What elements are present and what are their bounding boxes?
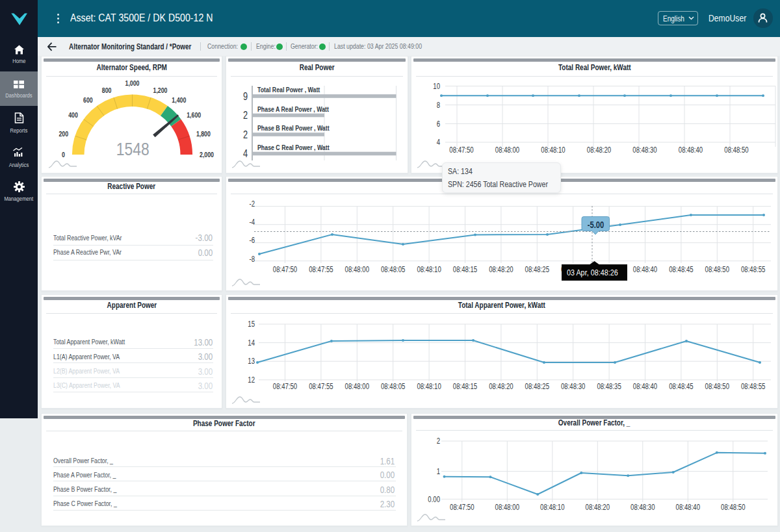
svg-text:08:48:20: 08:48:20 [489,265,513,273]
svg-text:08:47:50: 08:47:50 [273,265,297,273]
svg-text:1,000: 1,000 [125,79,139,87]
svg-text:08:48:00: 08:48:00 [345,382,369,390]
svg-text:Phase B Real Power , Watt: Phase B Real Power , Watt [257,124,330,132]
svg-text:08:48:30: 08:48:30 [630,503,655,511]
svg-text:-6: -6 [249,236,255,244]
svg-text:Phase C Real Power , Watt: Phase C Real Power , Watt [257,144,330,151]
svg-text:08:48:50: 08:48:50 [705,265,729,273]
svg-text:15: 15 [248,320,255,328]
svg-text:1,400: 1,400 [172,96,186,104]
svg-text:08:48:55: 08:48:55 [741,265,765,273]
svg-text:08:48:00: 08:48:00 [495,145,519,153]
svg-text:Phase A Real Power , Watt: Phase A Real Power , Watt [257,105,330,113]
svg-text:08:48:45: 08:48:45 [669,265,693,273]
svg-text:0.00: 0.00 [428,495,440,503]
svg-text:08:47:55: 08:47:55 [309,265,333,273]
svg-text:-5.00: -5.00 [588,220,604,229]
svg-text:08:48:10: 08:48:10 [417,382,441,390]
svg-text:08:48:20: 08:48:20 [489,382,513,390]
svg-text:08:48:50: 08:48:50 [724,145,748,153]
svg-text:400: 400 [68,111,78,119]
svg-text:08:48:20: 08:48:20 [586,503,610,511]
svg-text:1,200: 1,200 [153,86,168,94]
svg-text:200: 200 [58,130,68,138]
svg-text:08:48:40: 08:48:40 [676,503,700,511]
svg-text:08:48:35: 08:48:35 [597,382,621,390]
svg-text:-2: -2 [249,199,255,208]
svg-text:1: 1 [437,467,440,475]
svg-text:Total Real Power , Watt: Total Real Power , Watt [257,86,320,94]
svg-text:08:48:45: 08:48:45 [669,382,693,390]
svg-text:8: 8 [437,100,440,108]
svg-text:08:48:10: 08:48:10 [417,265,441,273]
svg-text:08:48:50: 08:48:50 [721,503,745,511]
svg-text:08:47:50: 08:47:50 [273,382,297,390]
svg-text:2: 2 [437,437,440,445]
svg-text:9: 9 [243,90,248,102]
svg-text:08:47:50: 08:47:50 [450,503,474,511]
svg-text:08:48:30: 08:48:30 [632,145,656,153]
svg-text:1,600: 1,600 [187,111,201,119]
svg-text:08:48:05: 08:48:05 [381,382,405,390]
svg-text:08:48:00: 08:48:00 [345,265,369,273]
svg-text:08:48:10: 08:48:10 [540,503,564,511]
svg-text:1,800: 1,800 [196,130,211,138]
svg-text:0: 0 [62,151,65,158]
svg-text:08:48:15: 08:48:15 [453,382,477,390]
svg-text:12: 12 [248,375,255,384]
svg-text:08:48:40: 08:48:40 [633,382,657,390]
svg-text:08:48:05: 08:48:05 [381,265,405,273]
svg-text:08:48:20: 08:48:20 [587,145,611,153]
svg-text:08:48:40: 08:48:40 [679,145,703,153]
svg-text:2,000: 2,000 [200,151,214,158]
svg-text:08:48:10: 08:48:10 [541,145,565,153]
svg-text:600: 600 [83,96,93,104]
svg-text:08:48:50: 08:48:50 [705,382,729,390]
svg-text:08:48:30: 08:48:30 [561,382,585,390]
svg-text:08:48:25: 08:48:25 [525,382,549,390]
svg-text:08:47:50: 08:47:50 [449,145,473,153]
svg-text:08:48:15: 08:48:15 [453,265,477,273]
svg-text:08:48:00: 08:48:00 [495,503,519,511]
svg-text:08:48:55: 08:48:55 [741,382,765,390]
svg-text:1548: 1548 [116,139,150,158]
svg-text:08:48:40: 08:48:40 [633,265,657,273]
svg-text:2: 2 [243,110,248,121]
svg-text:-4: -4 [249,218,255,226]
svg-text:10: 10 [433,81,440,90]
svg-text:14: 14 [248,338,255,347]
svg-text:800: 800 [102,86,112,94]
svg-text:-8: -8 [249,254,255,262]
svg-text:6: 6 [437,119,440,127]
svg-text:08:47:55: 08:47:55 [309,382,333,390]
svg-text:13: 13 [248,357,255,365]
svg-text:2: 2 [243,129,248,140]
svg-text:08:48:25: 08:48:25 [525,265,549,273]
svg-text:4: 4 [243,148,248,160]
svg-text:4: 4 [437,138,440,146]
